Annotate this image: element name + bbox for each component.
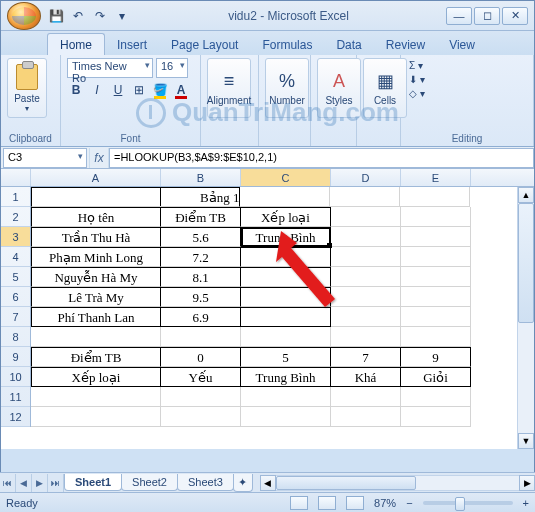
office-button[interactable] — [7, 2, 41, 30]
zoom-in-button[interactable]: + — [523, 497, 529, 509]
cell[interactable] — [331, 227, 401, 247]
cell[interactable] — [241, 307, 331, 327]
cell[interactable] — [401, 287, 471, 307]
fill-color-button[interactable]: 🪣 — [151, 81, 169, 99]
cell[interactable]: Điểm TB — [161, 207, 241, 227]
cell[interactable] — [31, 327, 161, 347]
underline-button[interactable]: U — [109, 81, 127, 99]
cell[interactable]: Trung Bình — [241, 367, 331, 387]
scroll-left-button[interactable]: ◀ — [260, 475, 276, 491]
col-header-d[interactable]: D — [331, 169, 401, 186]
zoom-level[interactable]: 87% — [374, 497, 396, 509]
tab-review[interactable]: Review — [374, 34, 437, 55]
col-header-c[interactable]: C — [241, 169, 331, 186]
redo-icon[interactable]: ↷ — [91, 7, 109, 25]
cell[interactable] — [161, 387, 241, 407]
scroll-thumb[interactable] — [518, 203, 534, 323]
cell[interactable] — [31, 387, 161, 407]
scroll-up-button[interactable]: ▲ — [518, 187, 534, 203]
fill-icon[interactable]: ⬇ ▾ — [409, 74, 425, 85]
tab-insert[interactable]: Insert — [105, 34, 159, 55]
cell[interactable]: 0 — [161, 347, 241, 367]
font-color-button[interactable]: A — [172, 81, 190, 99]
cell[interactable]: Phạm Minh Long — [31, 247, 161, 267]
row-header[interactable]: 10 — [1, 367, 30, 387]
tab-formulas[interactable]: Formulas — [250, 34, 324, 55]
paste-button[interactable]: Paste ▾ — [7, 58, 47, 118]
cell[interactable] — [331, 327, 401, 347]
cell[interactable]: Nguyễn Hà My — [31, 267, 161, 287]
row-header[interactable]: 12 — [1, 407, 30, 427]
view-normal-button[interactable] — [290, 496, 308, 510]
cell[interactable]: 6.9 — [161, 307, 241, 327]
formula-input[interactable]: =HLOOKUP(B3,$A$9:$E$10,2,1) — [109, 148, 534, 168]
scroll-down-button[interactable]: ▼ — [518, 433, 534, 449]
sheet-tab[interactable]: Sheet2 — [121, 474, 178, 491]
font-name-combo[interactable]: Times New Ro — [67, 58, 153, 78]
row-header[interactable]: 4 — [1, 247, 30, 267]
row-header[interactable]: 6 — [1, 287, 30, 307]
styles-button[interactable]: AStyles — [317, 58, 361, 118]
cell[interactable] — [161, 407, 241, 427]
cell[interactable]: Lê Trà My — [31, 287, 161, 307]
cell[interactable] — [241, 387, 331, 407]
cell[interactable]: 7 — [331, 347, 401, 367]
row-header[interactable]: 1 — [1, 187, 30, 207]
cell[interactable] — [331, 387, 401, 407]
cell[interactable] — [241, 287, 331, 307]
col-header-e[interactable]: E — [401, 169, 471, 186]
sheet-tab[interactable]: Sheet3 — [177, 474, 234, 491]
row-header[interactable]: 9 — [1, 347, 30, 367]
cell[interactable] — [331, 247, 401, 267]
cell[interactable] — [241, 327, 331, 347]
view-layout-button[interactable] — [318, 496, 336, 510]
row-header[interactable]: 11 — [1, 387, 30, 407]
cell[interactable] — [401, 227, 471, 247]
sheet-tab[interactable]: Sheet1 — [64, 474, 122, 491]
horizontal-scrollbar[interactable]: ◀ ▶ — [260, 475, 535, 491]
tab-view[interactable]: View — [437, 34, 487, 55]
worksheet-grid[interactable]: A B C D E 1 2 3 4 5 6 7 8 9 10 11 12 Bản… — [1, 169, 534, 449]
cell[interactable] — [31, 187, 161, 207]
cell[interactable] — [331, 207, 401, 227]
save-icon[interactable]: 💾 — [47, 7, 65, 25]
tab-data[interactable]: Data — [324, 34, 373, 55]
cell[interactable] — [241, 267, 331, 287]
tab-page-layout[interactable]: Page Layout — [159, 34, 250, 55]
number-button[interactable]: %Number — [265, 58, 309, 118]
sheet-nav-next[interactable]: ▶ — [32, 474, 48, 492]
row-header[interactable]: 2 — [1, 207, 30, 227]
autosum-icon[interactable]: Σ ▾ — [409, 60, 423, 71]
cell[interactable]: Phí Thanh Lan — [31, 307, 161, 327]
vertical-scrollbar[interactable]: ▲ ▼ — [517, 187, 534, 449]
cell[interactable]: Giỏi — [401, 367, 471, 387]
tab-home[interactable]: Home — [47, 33, 105, 55]
cell[interactable] — [241, 407, 331, 427]
alignment-button[interactable]: ≡Alignment — [207, 58, 251, 118]
col-header-b[interactable]: B — [161, 169, 241, 186]
row-header[interactable]: 7 — [1, 307, 30, 327]
cell[interactable] — [401, 207, 471, 227]
new-sheet-button[interactable]: ✦ — [233, 474, 253, 492]
cell[interactable] — [401, 407, 471, 427]
row-header[interactable]: 3 — [1, 227, 30, 247]
cell[interactable]: 7.2 — [161, 247, 241, 267]
cell[interactable] — [331, 307, 401, 327]
zoom-out-button[interactable]: − — [406, 497, 412, 509]
cell[interactable] — [241, 247, 331, 267]
maximize-button[interactable]: ◻ — [474, 7, 500, 25]
cells-region[interactable]: Bảng 1 Họ tên Điểm TB Xếp loại Trần Thu … — [31, 187, 471, 427]
cell[interactable]: Yếu — [161, 367, 241, 387]
sheet-nav-last[interactable]: ⏭ — [48, 474, 64, 492]
cell[interactable]: 9 — [401, 347, 471, 367]
cell[interactable]: Trung Bình — [241, 227, 331, 247]
col-header-a[interactable]: A — [31, 169, 161, 186]
cell[interactable] — [401, 267, 471, 287]
font-size-combo[interactable]: 16 — [156, 58, 188, 78]
cell[interactable]: Xếp loại — [31, 367, 161, 387]
cell[interactable]: 5 — [241, 347, 331, 367]
row-header[interactable]: 8 — [1, 327, 30, 347]
cell[interactable] — [240, 187, 330, 207]
row-header[interactable]: 5 — [1, 267, 30, 287]
clear-icon[interactable]: ◇ ▾ — [409, 88, 425, 99]
